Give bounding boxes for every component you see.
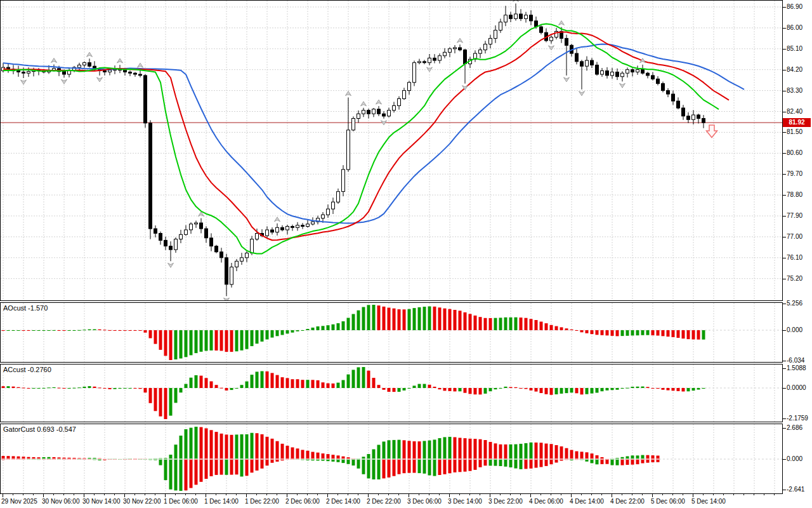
- time-axis-label: 2 Dec 06:00: [285, 498, 320, 505]
- main-price-panel[interactable]: [0, 0, 783, 301]
- time-minor-tick: [114, 494, 115, 495]
- time-minor-tick: [774, 494, 775, 495]
- ao-indicator-label: AOcust -1.570: [3, 304, 48, 312]
- time-minor-tick: [601, 494, 602, 495]
- time-major-tick: [571, 494, 572, 497]
- time-minor-tick: [510, 494, 511, 495]
- time-minor-tick: [236, 494, 237, 495]
- price-axis-label-tick: [783, 132, 786, 133]
- price-axis-label: 84.20: [787, 66, 802, 73]
- time-minor-tick: [74, 494, 74, 495]
- ac-scale-zero-tick: [783, 388, 786, 389]
- ac-scale-max-tick: [783, 368, 786, 369]
- time-minor-tick: [317, 494, 318, 495]
- time-minor-tick: [216, 494, 216, 495]
- trading-chart-window: AOcust -1.570 ACcust -0.2760 GatorCust 0…: [0, 0, 812, 508]
- time-minor-tick: [277, 494, 277, 495]
- time-minor-tick: [175, 494, 176, 495]
- time-minor-tick: [348, 494, 348, 495]
- price-axis-label-tick: [783, 195, 786, 196]
- time-minor-tick: [195, 494, 196, 495]
- price-axis-label: 86.00: [787, 24, 802, 31]
- gator-scale-zero-tick: [783, 459, 786, 460]
- price-axis-label-tick: [783, 258, 786, 258]
- time-minor-tick: [398, 494, 399, 495]
- time-minor-tick: [185, 494, 186, 495]
- time-minor-tick: [459, 494, 460, 495]
- price-axis-label: 86.90: [787, 3, 802, 10]
- time-major-tick: [449, 494, 450, 497]
- time-minor-tick: [622, 494, 622, 495]
- time-minor-tick: [439, 494, 440, 495]
- time-minor-tick: [307, 494, 308, 495]
- time-axis-label: 1 Dec 14:00: [204, 498, 239, 505]
- ao-scale-max: 5.256: [787, 300, 802, 307]
- gator-scale-zero: 0.000: [787, 455, 802, 462]
- sell-signal-arrow-icon: [707, 125, 717, 138]
- ao-indicator-panel[interactable]: AOcust -1.570: [0, 302, 783, 363]
- time-axis[interactable]: 29 Nov 202530 Nov 06:0030 Nov 14:0030 No…: [0, 494, 812, 508]
- price-axis-label: 75.20: [787, 275, 802, 282]
- price-axis-label-tick: [783, 112, 786, 112]
- time-major-tick: [612, 494, 612, 497]
- price-axis-label: 76.10: [787, 254, 802, 261]
- gator-histogram-canvas[interactable]: [1, 424, 782, 493]
- ac-indicator-label: ACcust -0.2760: [3, 366, 51, 373]
- ao-scale-zero: 0.000: [787, 326, 802, 333]
- gator-scale-min: -2.641: [787, 486, 804, 493]
- ac-indicator-panel[interactable]: ACcust -0.2760: [0, 364, 783, 422]
- ac-histogram-canvas[interactable]: [1, 364, 782, 422]
- price-axis-label: 81.50: [787, 128, 802, 135]
- time-major-tick: [124, 494, 125, 497]
- time-minor-tick: [358, 494, 358, 495]
- time-major-tick: [287, 494, 287, 497]
- ao-scale-zero-tick: [783, 330, 786, 331]
- price-axis-label: 80.60: [787, 149, 802, 156]
- time-minor-tick: [581, 494, 582, 495]
- price-axis-label-tick: [783, 174, 786, 175]
- price-axis-label: 82.40: [787, 108, 802, 115]
- time-axis-label: 5 Dec 14:00: [691, 498, 726, 505]
- time-major-tick: [409, 494, 409, 497]
- time-minor-tick: [104, 494, 105, 495]
- ao-scale-min: -6.034: [787, 357, 804, 364]
- price-axis-label: 77.00: [787, 233, 802, 240]
- time-axis-label: 4 Dec 06:00: [529, 498, 563, 505]
- time-minor-tick: [500, 494, 501, 495]
- time-minor-tick: [23, 494, 23, 495]
- time-major-tick: [3, 494, 3, 497]
- price-axis-label-tick: [783, 49, 786, 50]
- price-axis[interactable]: 81.92 86.9086.0085.1084.2083.3082.4081.5…: [783, 0, 812, 494]
- time-major-tick: [368, 494, 369, 497]
- time-major-tick: [530, 494, 531, 497]
- ac-scale-min: -2.1759: [787, 415, 808, 422]
- price-axis-label-tick: [783, 237, 786, 237]
- gator-indicator-label: GatorCust 0.693 -0.547: [3, 425, 76, 433]
- gator-indicator-panel[interactable]: GatorCust 0.693 -0.547: [0, 424, 783, 494]
- time-minor-tick: [713, 494, 714, 495]
- time-minor-tick: [480, 494, 480, 495]
- time-minor-tick: [63, 494, 64, 495]
- time-axis-label: 3 Dec 06:00: [407, 498, 442, 505]
- time-axis-label: 2 Dec 14:00: [326, 498, 360, 505]
- ac-scale-max: 1.5088: [787, 364, 806, 371]
- price-axis-label-tick: [783, 7, 786, 8]
- time-axis-label: 30 Nov 22:00: [123, 498, 161, 505]
- time-major-tick: [652, 494, 653, 497]
- time-minor-tick: [33, 494, 34, 495]
- time-minor-tick: [378, 494, 379, 495]
- time-minor-tick: [662, 494, 663, 495]
- time-minor-tick: [743, 494, 744, 495]
- price-axis-label: 79.70: [787, 170, 802, 177]
- time-minor-tick: [591, 494, 592, 495]
- time-major-tick: [246, 494, 247, 497]
- time-axis-label: 1 Dec 22:00: [245, 498, 279, 505]
- time-minor-tick: [683, 494, 683, 495]
- time-axis-label: 3 Dec 22:00: [488, 498, 523, 505]
- ao-histogram-canvas[interactable]: [1, 303, 782, 362]
- time-minor-tick: [733, 494, 734, 495]
- time-minor-tick: [429, 494, 429, 495]
- time-minor-tick: [419, 494, 419, 495]
- candlestick-chart-canvas[interactable]: [1, 1, 782, 300]
- time-minor-tick: [561, 494, 561, 495]
